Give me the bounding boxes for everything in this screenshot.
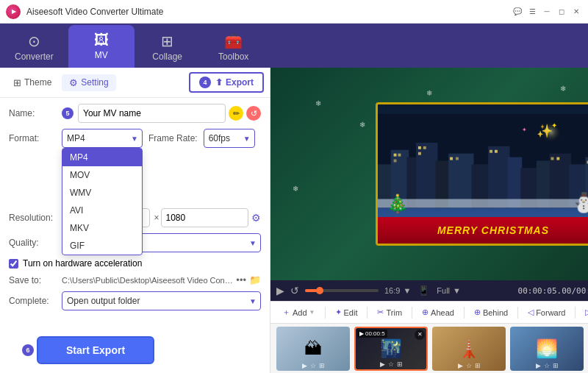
resolution-gear-icon[interactable]: ⚙ xyxy=(251,212,261,224)
format-select[interactable]: MP4 MOV WMV AVI MKV GIF xyxy=(62,129,143,148)
play-button[interactable]: ▶ xyxy=(276,285,284,296)
edit-button[interactable]: ✦ Edit xyxy=(329,305,364,319)
snowflake-2: ❄ xyxy=(359,121,365,129)
trim-button[interactable]: ✂ Trim xyxy=(371,305,408,319)
thumbnail-1[interactable]: 🏔 ▶ ☆ ⊞ xyxy=(276,327,350,371)
dropdown-item-wmv[interactable]: WMV xyxy=(62,184,142,202)
menu-icon[interactable]: ☰ xyxy=(526,6,538,18)
thumbnail-3[interactable]: 🗼 ▶ ☆ ⊞ xyxy=(432,327,506,371)
preview-background: ❄ ❄ ❄ ❄ ❄ ❄ ❄ ❄ ❄ xyxy=(270,68,588,280)
name-row: Name: 5 ✏ ↺ xyxy=(9,104,261,123)
start-export-step-badge: 6 xyxy=(22,344,34,356)
saveto-more-icon[interactable]: ••• xyxy=(236,274,246,285)
add-arrow-icon[interactable]: ▼ xyxy=(309,309,315,316)
svg-rect-12 xyxy=(488,146,509,207)
hardware-accel-checkbox[interactable] xyxy=(9,259,18,269)
thumb-icon-sm: ▶ xyxy=(359,330,364,337)
svg-rect-30 xyxy=(556,157,559,160)
tab-toolbox-label: Toolbox xyxy=(218,51,248,62)
thumb-icons-2: ▶ ☆ ⊞ xyxy=(380,360,403,368)
controls-separator: 📱 xyxy=(418,285,429,296)
name-reset-icon[interactable]: ↺ xyxy=(246,106,261,121)
close-icon[interactable]: ✕ xyxy=(570,6,582,18)
svg-rect-21 xyxy=(394,160,397,163)
tab-collage[interactable]: ⊞ Collage xyxy=(135,28,201,68)
video-controls: ▶ ↺ 16:9 ▼ 📱 Full ▼ 00:00:05.00/00:00:25… xyxy=(270,280,588,301)
sep-1 xyxy=(325,307,326,319)
add-button[interactable]: ＋ Add ▼ xyxy=(276,305,321,320)
thumb-close-2[interactable]: ✕ xyxy=(415,330,425,340)
format-select-wrapper: MP4 MOV WMV AVI MKV GIF ▼ MP4 MOV WMV AV… xyxy=(62,129,143,148)
tab-theme[interactable]: ⊞ Theme xyxy=(6,74,59,91)
sep-6 xyxy=(575,307,576,319)
app-logo xyxy=(6,4,21,19)
left-panel: ⊞ Theme ⚙ Setting 4 ⬆ Export Name: 5 ✏ xyxy=(0,68,270,373)
ahead-button[interactable]: ⊕ Ahead xyxy=(416,305,460,319)
thumbnail-2[interactable]: 🌃 ▶ 00:00:5 ✕ ▶ ☆ ⊞ xyxy=(354,327,428,371)
bottom-toolbar: ＋ Add ▼ ✦ Edit ✂ Trim ⊕ Ahead ⊕ Behi xyxy=(270,301,588,323)
replay-button[interactable]: ↺ xyxy=(290,285,299,296)
tab-converter[interactable]: ⊙ Converter xyxy=(0,28,68,68)
tab-toolbox[interactable]: 🧰 Toolbox xyxy=(201,28,267,68)
thumb-crop-icon-4: ⊞ xyxy=(553,362,559,369)
start-export-button[interactable]: 6 Start Export xyxy=(37,336,154,364)
svg-rect-29 xyxy=(551,157,554,160)
snowflake-1: ❄ xyxy=(315,99,321,107)
progress-thumb xyxy=(316,287,323,294)
dropdown-item-mov[interactable]: MOV xyxy=(62,166,142,184)
snowflake-3: ❄ xyxy=(426,89,432,97)
tab-setting[interactable]: ⚙ Setting xyxy=(62,74,115,91)
thumbnail-4[interactable]: 🌅 ▶ ☆ ⊞ xyxy=(510,327,584,371)
thumb-star-icon-3: ☆ xyxy=(466,362,472,369)
export-label: Export xyxy=(226,77,254,88)
resolution-label: Resolution: xyxy=(9,213,62,223)
thumb-overlay-2: ▶ 00:00:5 xyxy=(357,330,387,338)
svg-rect-25 xyxy=(450,157,453,160)
restore-icon[interactable]: ◻ xyxy=(556,6,567,18)
name-input[interactable] xyxy=(78,104,226,123)
thumb-badge-2: ▶ 00:00:5 xyxy=(357,330,387,338)
quality-select-ctrl[interactable]: Full ▼ xyxy=(437,286,461,295)
complete-select[interactable]: Open output folder Shut down Do nothing xyxy=(62,291,261,310)
fps-select-wrapper: 24fps 30fps 60fps ▼ xyxy=(204,129,255,148)
progress-bar[interactable] xyxy=(305,289,379,292)
dropdown-item-avi[interactable]: AVI xyxy=(62,202,142,219)
minimize-icon[interactable]: ─ xyxy=(541,6,553,18)
format-row: Format: MP4 MOV WMV AVI MKV GIF ▼ MP4 MO… xyxy=(9,129,261,148)
aspect-ratio-select[interactable]: 16:9 ▼ xyxy=(384,286,411,295)
sep-5 xyxy=(517,307,518,319)
dropdown-item-mp4[interactable]: MP4 xyxy=(62,149,142,166)
ahead-icon: ⊕ xyxy=(422,308,429,317)
thumb-emoji-3: 🗼 xyxy=(458,338,480,359)
svg-rect-22 xyxy=(418,146,421,149)
export-button[interactable]: 4 ⬆ Export xyxy=(189,72,264,93)
dropdown-item-gif[interactable]: GIF xyxy=(62,237,142,255)
svg-rect-28 xyxy=(495,150,498,153)
thumb-crop-icon-3: ⊞ xyxy=(475,362,481,369)
tree-decoration: 🎄 xyxy=(387,193,409,214)
forward-label: Forward xyxy=(536,308,565,317)
nav-tabs: ⊙ Converter 🖼 MV ⊞ Collage 🧰 Toolbox xyxy=(0,24,588,68)
message-icon[interactable]: 💬 xyxy=(512,6,523,18)
fps-select[interactable]: 24fps 30fps 60fps xyxy=(204,129,255,148)
tab-mv[interactable]: 🖼 MV xyxy=(68,25,135,68)
backward-button[interactable]: ▷ Backward xyxy=(579,305,588,319)
thumb-star-icon-1: ☆ xyxy=(310,362,316,369)
thumb-play-icon-3: ▶ xyxy=(458,362,463,369)
forward-button[interactable]: ◁ Forward xyxy=(522,305,571,319)
resolution-height-input[interactable] xyxy=(161,208,249,227)
saveto-row: Save to: C:\Users\Public\Desktop\Aiseeso… xyxy=(9,274,261,285)
snowflake-5: ❄ xyxy=(560,85,566,93)
saveto-label: Save to: xyxy=(9,275,62,285)
resolution-x-separator: × xyxy=(154,213,159,223)
saveto-folder-icon[interactable]: 📁 xyxy=(249,274,261,285)
edit-label: Edit xyxy=(344,308,358,317)
thumb-emoji-2: 🌃 xyxy=(380,338,402,359)
name-edit-icon[interactable]: ✏ xyxy=(229,106,243,121)
dropdown-item-mkv[interactable]: MKV xyxy=(62,219,142,237)
tab-collage-label: Collage xyxy=(152,51,182,62)
tab-setting-label: Setting xyxy=(81,77,108,88)
snowman-decoration: ⛄ xyxy=(572,191,588,214)
svg-rect-27 xyxy=(490,150,492,153)
behind-button[interactable]: ⊕ Behind xyxy=(468,305,514,319)
